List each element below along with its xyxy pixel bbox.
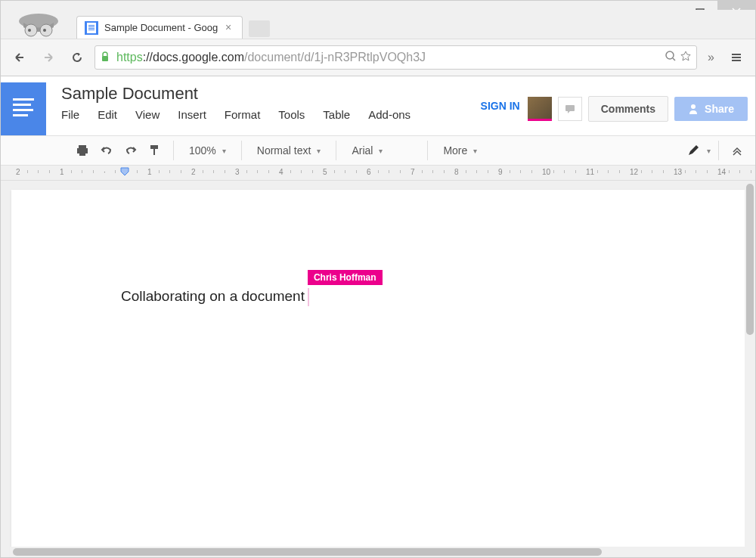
ruler-mark: 14 [717,168,726,176]
indent-marker[interactable] [120,167,129,176]
paint-format-button[interactable] [144,140,166,161]
svg-point-10 [666,51,674,59]
svg-rect-9 [102,56,108,61]
url-text: https://docs.google.com/document/d/1j-nR… [116,51,662,64]
menu-file[interactable]: File [61,108,79,121]
menu-edit[interactable]: Edit [98,108,117,121]
collapse-toolbar-button[interactable] [727,140,748,161]
tab-strip: Sample Document - Goog × [1,10,755,39]
share-label: Share [705,103,734,115]
ruler-mark: 3 [235,168,240,176]
forward-button[interactable] [37,46,60,69]
ruler-mark: 12 [630,168,638,176]
docs-favicon [85,21,98,35]
tab-title: Sample Document - Goog [104,22,221,33]
ruler-mark: 8 [454,168,459,176]
more-dropdown[interactable]: More▾ [435,140,485,161]
undo-button[interactable] [96,140,117,161]
ruler-mark: 2 [191,168,196,176]
ruler-mark: 1 [147,168,152,176]
menu-button[interactable] [725,46,748,69]
document-body-text[interactable]: Collaborating on a document Chris Hoffma… [121,288,305,305]
editing-mode-caret[interactable]: ▾ [707,147,711,155]
person-icon [688,104,699,114]
browser-window: Sample Document - Goog × https://docs.go… [0,0,756,558]
document-title[interactable]: Sample Document [61,84,481,104]
svg-point-16 [691,104,696,109]
docs-logo[interactable] [1,82,46,135]
ruler-mark: 13 [674,168,682,176]
incognito-icon [16,6,61,44]
ruler-mark: 4 [279,168,284,176]
menu-insert[interactable]: Insert [178,108,206,121]
ruler-mark: 1 [60,168,64,176]
star-icon[interactable] [680,50,692,65]
svg-point-8 [43,29,46,32]
menu-view[interactable]: View [135,108,160,121]
svg-point-7 [28,29,31,32]
navigation-bar: https://docs.google.com/document/d/1j-nR… [1,39,755,76]
search-icon[interactable] [665,50,677,65]
ruler-mark: 7 [411,168,415,176]
ruler-mark: 2 [16,168,20,176]
extensions-overflow[interactable]: » [703,51,719,64]
reload-button[interactable] [66,46,88,69]
menu-format[interactable]: Format [225,108,261,121]
ruler-mark: 5 [323,168,327,176]
ruler-mark: 10 [542,168,550,176]
horizontal-scrollbar[interactable] [10,547,746,557]
svg-line-11 [673,58,675,60]
collaborator-flag: Chris Hoffman [308,270,383,285]
ruler-mark: 11 [586,168,594,176]
browser-tab[interactable]: Sample Document - Goog × [76,16,243,39]
ruler-mark: 9 [498,168,503,176]
vertical-scrollbar-thumb[interactable] [746,184,754,335]
lock-icon [100,51,112,64]
svg-rect-21 [153,149,155,155]
docs-header: Sample Document File Edit View Insert Fo… [1,76,755,135]
menu-addons[interactable]: Add-ons [368,108,411,121]
share-button[interactable]: Share [674,97,748,121]
zoom-dropdown[interactable]: 100%▾ [181,140,234,161]
svg-rect-17 [79,145,86,148]
print-button[interactable] [72,140,93,161]
editing-mode-button[interactable] [683,140,704,161]
svg-rect-20 [150,145,158,149]
tab-close-icon[interactable]: × [225,23,234,33]
svg-rect-19 [79,152,85,156]
menu-bar: File Edit View Insert Format Tools Table… [61,108,481,121]
chat-button[interactable] [558,97,582,121]
ruler-mark: · [104,168,106,176]
menu-table[interactable]: Table [323,108,350,121]
window-titlebar [1,1,755,10]
collaborator-avatar[interactable] [528,97,552,121]
document-page[interactable]: Collaborating on a document Chris Hoffma… [11,190,745,557]
ruler[interactable]: 21·123456789101112131415 [1,166,755,181]
comments-button[interactable]: Comments [588,96,668,122]
sign-in-link[interactable]: SIGN IN [481,100,520,112]
document-viewport: Collaborating on a document Chris Hoffma… [1,181,755,557]
menu-tools[interactable]: Tools [278,108,305,121]
back-button[interactable] [8,46,31,69]
font-dropdown[interactable]: Arial▾ [344,140,420,161]
vertical-scrollbar[interactable] [745,181,755,557]
toolbar: 100%▾ Normal text▾ Arial▾ More▾ ▾ [1,135,755,166]
horizontal-scrollbar-thumb[interactable] [13,548,602,556]
style-dropdown[interactable]: Normal text▾ [249,140,329,161]
redo-button[interactable] [120,140,141,161]
ruler-mark: 6 [367,168,371,176]
docs-app: Sample Document File Edit View Insert Fo… [1,76,755,557]
new-tab-button[interactable] [249,20,270,37]
address-bar[interactable]: https://docs.google.com/document/d/1j-nR… [94,45,697,70]
svg-rect-15 [565,105,575,111]
